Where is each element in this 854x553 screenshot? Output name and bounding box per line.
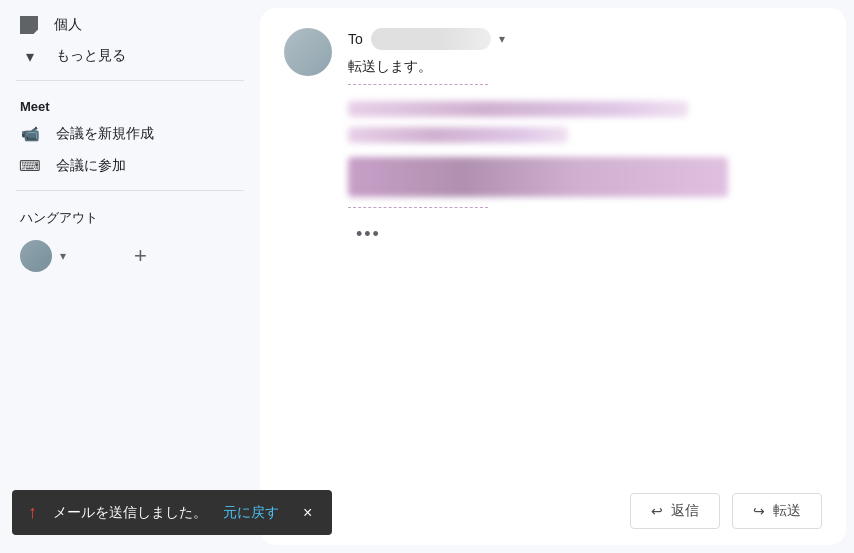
forward-icon: ↪ xyxy=(753,503,765,519)
hangout-add-icon[interactable]: + xyxy=(114,237,167,275)
chevron-down-icon: ▾ xyxy=(20,46,40,66)
reply-icon: ↩ xyxy=(651,503,663,519)
hangout-avatar xyxy=(20,240,52,272)
sidebar: 個人 ▾ もっと見る Meet 📹 会議を新規作成 ⌨ 会議に参加 ハングアウト… xyxy=(0,0,260,553)
sidebar-divider-1 xyxy=(16,80,244,81)
sidebar-item-personal[interactable]: 個人 xyxy=(0,10,248,40)
dashed-separator-top xyxy=(348,84,488,85)
toast-close-button[interactable]: × xyxy=(303,504,312,522)
recipient-chip[interactable] xyxy=(371,28,491,50)
dashed-separator-bottom xyxy=(348,207,488,208)
blurred-content-2 xyxy=(348,127,568,143)
forward-label: 転送 xyxy=(773,502,801,520)
main-content: To ▾ 転送します。 ••• ↩ xyxy=(260,8,846,545)
reply-label: 返信 xyxy=(671,502,699,520)
join-meeting-label: 会議に参加 xyxy=(56,157,126,175)
reply-button[interactable]: ↩ 返信 xyxy=(630,493,720,529)
create-meeting-label: 会議を新規作成 xyxy=(56,125,154,143)
forward-body: To ▾ 転送します。 ••• xyxy=(348,28,822,249)
to-row: To ▾ xyxy=(348,28,822,50)
label-icon xyxy=(20,16,38,34)
sidebar-item-join-meeting[interactable]: ⌨ 会議に参加 xyxy=(0,150,260,182)
sidebar-item-personal-label: 個人 xyxy=(54,16,82,34)
sidebar-divider-2 xyxy=(16,190,244,191)
toast-message: メールを送信しました。 xyxy=(53,504,207,522)
video-icon: 📹 xyxy=(20,124,40,144)
toast-snackbar: ↑ メールを送信しました。 元に戻す × xyxy=(12,490,332,535)
blurred-content-3 xyxy=(348,157,728,197)
hangout-chevron-icon: ▾ xyxy=(60,249,66,263)
to-label: To xyxy=(348,31,363,47)
sidebar-item-create-meeting[interactable]: 📹 会議を新規作成 xyxy=(0,118,260,150)
blurred-content-1 xyxy=(348,101,688,117)
hangouts-section-title: ハングアウト xyxy=(0,199,260,231)
forward-header: To ▾ 転送します。 ••• xyxy=(284,28,822,249)
keyboard-icon: ⌨ xyxy=(20,156,40,176)
forward-text: 転送します。 xyxy=(348,58,822,76)
sender-avatar xyxy=(284,28,332,76)
recipient-dropdown-icon[interactable]: ▾ xyxy=(499,32,505,46)
meet-section-title: Meet xyxy=(0,89,260,118)
sidebar-more-label: もっと見る xyxy=(56,47,126,65)
more-options-button[interactable]: ••• xyxy=(348,220,822,249)
hangout-user-item[interactable]: ▾ + xyxy=(0,231,260,281)
forward-button[interactable]: ↪ 転送 xyxy=(732,493,822,529)
sidebar-item-more[interactable]: ▾ もっと見る xyxy=(0,40,248,72)
action-buttons: ↩ 返信 ↪ 転送 xyxy=(630,493,822,529)
toast-undo-button[interactable]: 元に戻す xyxy=(223,504,279,522)
toast-arrow-icon: ↑ xyxy=(28,502,37,523)
